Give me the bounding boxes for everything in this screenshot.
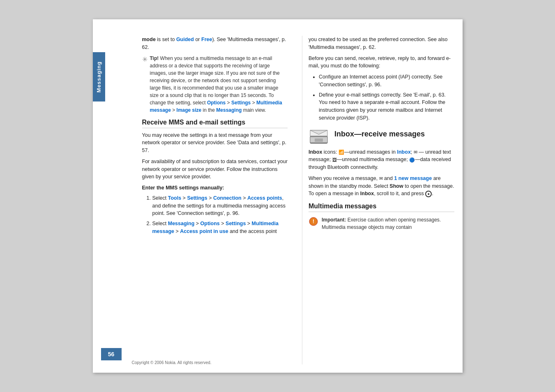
options-link-2[interactable]: Options <box>200 221 220 226</box>
chapter-label: Messaging <box>96 61 102 92</box>
show-label: Show <box>389 183 403 189</box>
receive-mms-text2: For availability of and subscription to … <box>142 158 288 181</box>
before-send-text: Before you can send, receive, retrieve, … <box>309 55 454 70</box>
messaging-link[interactable]: Messaging <box>216 107 242 113</box>
req-item-2: Define your e-mail settings correctly. S… <box>319 91 454 122</box>
inbox-label: Inbox <box>309 149 322 155</box>
msg-received-icon: ✉ <box>379 175 383 182</box>
mms-icon: 🖼 <box>332 157 337 164</box>
inbox-icons-text: Inbox icons: 📶—unread messages in Inbox;… <box>309 148 454 171</box>
free-link[interactable]: Free <box>201 37 212 42</box>
access-point-in-use-link[interactable]: Access point in use <box>180 228 228 234</box>
page-number-box: 56 <box>101 348 122 360</box>
inbox-ref: Inbox <box>360 191 374 196</box>
left-column: mode is set to Guided or Free). See 'Mul… <box>142 36 294 364</box>
antenna-icon: 📶 <box>339 149 344 156</box>
settings-link[interactable]: Settings <box>231 100 251 106</box>
inbox-heading-area: Inbox—receive messages <box>334 130 425 138</box>
new-message-link[interactable]: 1 new message <box>394 175 432 181</box>
ok-button-icon: ● <box>425 191 432 197</box>
copyright-area: Copyright © 2006 Nokia. All rights reser… <box>132 359 212 365</box>
multimedia-heading: Multimedia messages <box>309 203 454 212</box>
content-area: mode is set to Guided or Free). See 'Mul… <box>130 19 463 373</box>
copyright-text: Copyright © 2006 Nokia. All rights reser… <box>132 360 212 365</box>
image-size-link[interactable]: Image size <box>177 107 202 113</box>
inbox-icon <box>309 125 328 144</box>
important-content: Important: Exercise caution when opening… <box>322 216 454 231</box>
mms-step-2: Select Messaging > Options > Settings > … <box>152 220 288 235</box>
inbox-header: Inbox—receive messages <box>309 125 454 144</box>
inbox-tray-icon <box>309 125 329 145</box>
tip-content: Tip! When you send a multimedia message … <box>150 55 288 114</box>
mode-text: mode <box>142 37 156 42</box>
enter-mms-heading: Enter the MMS settings manually: <box>142 184 288 192</box>
page-container: Messaging 56 mode is set to Guided or Fr… <box>0 0 555 392</box>
requirements-list: Configure an Internet access point (IAP)… <box>313 73 454 122</box>
tip-box: ✳ Tip! When you send a multimedia messag… <box>142 55 288 114</box>
intro-text: mode is set to Guided or Free). See 'Mul… <box>142 36 288 51</box>
left-sidebar: Messaging 56 <box>93 19 130 373</box>
guided-link[interactable]: Guided <box>176 37 194 42</box>
tools-link[interactable]: Tools <box>168 195 181 201</box>
mms-step-1: Select Tools > Settings > Connection > A… <box>152 194 288 217</box>
inbox-heading: Inbox—receive messages <box>334 130 425 138</box>
continued-text: you created to be used as the preferred … <box>309 36 454 51</box>
book-page: Messaging 56 mode is set to Guided or Fr… <box>93 19 463 373</box>
mail-icon: ✉ <box>414 149 417 156</box>
bluetooth-icon: 🔵 <box>409 157 415 164</box>
svg-text:!: ! <box>313 218 314 224</box>
connection-link[interactable]: Connection <box>213 195 242 201</box>
important-box: ! Important: Exercise caution when openi… <box>309 216 454 231</box>
chapter-tab: Messaging <box>93 52 105 101</box>
important-label: Important: <box>322 217 346 223</box>
tip-label: Tip! <box>150 55 159 61</box>
messaging-link-2[interactable]: Messaging <box>168 221 195 226</box>
tip-icon: ✳ <box>142 55 147 63</box>
access-points-link[interactable]: Access points <box>247 195 282 201</box>
receive-mms-heading: Receive MMS and e-mail settings <box>142 119 288 128</box>
req-item-1: Configure an Internet access point (IAP)… <box>319 73 454 89</box>
important-icon: ! <box>309 217 318 226</box>
right-column: you created to be used as the preferred … <box>302 36 454 364</box>
mms-steps-list: Select Tools > Settings > Connection > A… <box>146 194 288 235</box>
settings-link-3[interactable]: Settings <box>226 221 246 226</box>
options-link[interactable]: Options <box>207 100 226 106</box>
new-message-text: When you receive a message, ✉ and 1 new … <box>309 175 454 198</box>
settings-link-2[interactable]: Settings <box>187 195 207 201</box>
svg-rect-2 <box>315 138 323 142</box>
receive-mms-text1: You may receive the settings in a text m… <box>142 131 288 154</box>
inbox-link[interactable]: Inbox <box>397 149 411 155</box>
page-number: 56 <box>108 351 115 357</box>
